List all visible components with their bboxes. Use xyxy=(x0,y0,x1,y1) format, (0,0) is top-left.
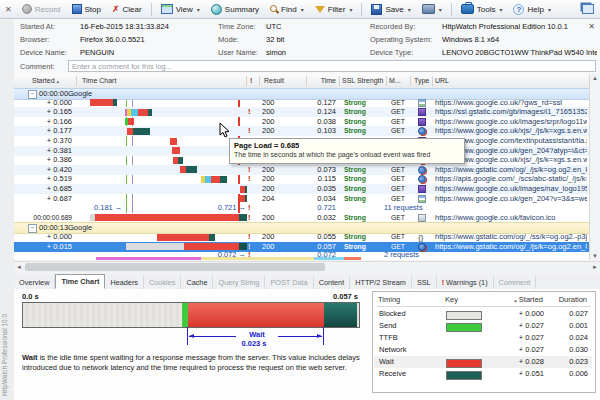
page-summary-row[interactable]: 0.181 → 0.721 → ! 0.721 11 requests xyxy=(14,203,589,213)
scroll-left-icon[interactable]: ◄ xyxy=(16,264,22,270)
chevron-down-icon: ▾ xyxy=(408,6,411,13)
toolbox-icon xyxy=(461,4,474,14)
request-row[interactable]: + 0.000 200 0.127Strong GET https://www.… xyxy=(14,98,589,108)
timing-row-wait[interactable]: Wait + 0.028 0.023 xyxy=(374,356,592,368)
request-row[interactable]: 00:00:00.689 !200 0.032Strong GET https:… xyxy=(14,213,589,223)
request-row[interactable]: + 0.420 !200 0.073Strong GET https://www… xyxy=(14,165,589,175)
stop-icon xyxy=(72,4,82,14)
device-type-label: Device Type: xyxy=(370,48,413,57)
save-button[interactable]: Save▾ xyxy=(367,3,414,16)
column-warning[interactable]: ! xyxy=(250,77,252,84)
receive-segment xyxy=(324,303,357,327)
recorded-by-label: Recorded By: xyxy=(370,22,415,31)
request-row[interactable]: + 0.519 !200 0.115Strong GET https://api… xyxy=(14,174,589,184)
request-row-selected[interactable]: + 0.015 !200 0.057Strong GET https://www… xyxy=(14,242,589,252)
horizontal-scrollbar[interactable]: ◄ ► xyxy=(14,261,600,272)
mouse-cursor-icon xyxy=(219,123,230,139)
summary-button[interactable]: Summary xyxy=(207,3,263,16)
warning-icon: ! xyxy=(442,278,444,287)
started-col-header[interactable]: ▴ Started xyxy=(493,295,543,304)
column-url[interactable]: URL xyxy=(435,77,449,84)
find-button[interactable]: Find▾ xyxy=(266,4,308,15)
request-row[interactable]: + 0.177 !200 0.103Strong GET https://www… xyxy=(14,126,589,136)
duration-col-header[interactable]: Duration xyxy=(543,295,587,304)
stop-button[interactable]: Stop xyxy=(68,3,105,15)
timing-row-network[interactable]: Network + 0.027 0.030 xyxy=(374,344,592,356)
session-info-panel: Started At: 16-Feb-2015 18:31:33.824 Bro… xyxy=(14,19,600,75)
column-time-chart[interactable]: Time Chart xyxy=(82,77,116,84)
tab-headers[interactable]: Headers xyxy=(105,276,144,289)
timing-row-ttfb[interactable]: TTFB + 0.027 0.024 xyxy=(374,332,592,344)
timing-row-blocked[interactable]: Blocked + 0.000 0.027 xyxy=(374,308,592,320)
script-type-icon xyxy=(418,175,426,183)
os-value: Windows 8.1 x64 xyxy=(442,35,499,44)
tab-ssl[interactable]: SSL xyxy=(412,276,437,289)
request-row[interactable]: + 0.685 200 0.035Strong GET https://www.… xyxy=(14,184,589,194)
timing-row-receive[interactable]: Receive + 0.051 0.006 xyxy=(374,368,592,380)
vertical-scrollbar[interactable]: ▲ ▼ xyxy=(589,74,600,260)
column-method[interactable]: M... xyxy=(389,77,401,84)
key-swatch xyxy=(446,371,482,380)
help-button[interactable]: ?Help▾ xyxy=(509,3,554,16)
request-row[interactable]: + 0.000 !200 0.055Strong GET{} https://w… xyxy=(14,232,589,242)
record-button[interactable]: Record xyxy=(18,3,65,15)
mode-value: 32 bit xyxy=(266,35,284,44)
request-row[interactable]: + 0.166 200 0.038Strong GET https://www.… xyxy=(14,117,589,127)
vertical-brand-label: HttpWatch Professional 10.0 xyxy=(1,276,12,396)
window-layout-icon[interactable] xyxy=(582,4,594,14)
sort-asc-icon: ▴ xyxy=(57,78,60,84)
timing-col-header[interactable]: Timing xyxy=(378,295,400,304)
view-icon xyxy=(161,4,173,14)
wait-marker-line xyxy=(187,327,188,345)
column-result[interactable]: Result xyxy=(264,77,284,84)
page-load-value: 0.721 → xyxy=(190,203,246,213)
search-icon xyxy=(270,5,278,13)
print-button[interactable]: ▾ xyxy=(418,3,446,15)
tab-overview[interactable]: Overview xyxy=(14,276,55,289)
started-at-label: Started At: xyxy=(20,22,55,31)
scroll-down-icon[interactable]: ▼ xyxy=(592,253,598,259)
html-type-icon xyxy=(418,195,426,203)
wait-label: Wait xyxy=(236,330,278,339)
scrollbar-thumb[interactable] xyxy=(25,263,325,271)
httpwatch-window: ✕ Record Stop ✗Clear View▾ Summary Find▾… xyxy=(0,0,600,400)
favicon-type-icon xyxy=(418,214,426,222)
request-row[interactable]: + 0.687 204 0.034Strong GET https://www.… xyxy=(14,194,589,204)
toolbar-separator xyxy=(361,3,362,16)
receive-bar xyxy=(113,99,117,106)
key-col-header[interactable]: Key xyxy=(445,295,458,304)
tab-content[interactable]: Content xyxy=(314,276,351,289)
device-type-value: LENOVO 20BGCTO1WW ThinkPad W540 Intel xyxy=(442,48,597,57)
tab-time-chart[interactable]: Time Chart xyxy=(55,274,105,289)
tab-query-string[interactable]: Query String xyxy=(213,276,265,289)
tab-comment[interactable]: Comment xyxy=(494,276,537,289)
tab-post-data[interactable]: POST Data xyxy=(265,276,313,289)
record-icon xyxy=(22,4,32,14)
tab-cache[interactable]: Cache xyxy=(181,276,213,289)
grid-header: Started ▴ Time Chart ! Result Time SSL S… xyxy=(14,74,589,89)
timing-row-send[interactable]: Send + 0.027 0.001 xyxy=(374,320,592,332)
detail-tabs: Overview Time Chart Headers Cookies Cach… xyxy=(14,273,600,290)
toolbar: ✕ Record Stop ✗Clear View▾ Summary Find▾… xyxy=(0,0,600,19)
filter-button[interactable]: Filter▾ xyxy=(311,4,357,15)
tab-http2-stream[interactable]: HTTP/2 Stream xyxy=(350,276,412,289)
column-type[interactable]: Type xyxy=(414,77,429,84)
request-row[interactable]: + 0.165 !200 0.124Strong GET https://ssl… xyxy=(14,107,589,117)
comment-label: Comment: xyxy=(20,62,55,71)
tools-button[interactable]: Tools▾ xyxy=(457,3,507,15)
view-button[interactable]: View▾ xyxy=(157,3,204,15)
column-time[interactable]: Time xyxy=(294,77,336,84)
scroll-right-icon[interactable]: ► xyxy=(592,264,598,270)
comment-input[interactable] xyxy=(68,60,596,72)
scroll-up-icon[interactable]: ▲ xyxy=(592,75,598,81)
close-icon[interactable]: ✕ xyxy=(588,22,595,31)
tab-cookies[interactable]: Cookies xyxy=(144,276,181,289)
clear-button[interactable]: ✗Clear xyxy=(108,4,146,15)
time-chart-detail-panel: 0.0 s 0.057 s Wait 0.023 s Wait is the i… xyxy=(14,289,600,400)
toolbar-close-button[interactable]: ✕ xyxy=(2,5,15,14)
column-ssl-strength[interactable]: SSL Strength xyxy=(342,77,383,84)
image-type-icon xyxy=(418,118,426,126)
chevron-down-icon: ▾ xyxy=(301,6,304,13)
tab-warnings[interactable]: !Warnings (1) xyxy=(437,276,494,289)
column-started[interactable]: Started ▴ xyxy=(32,77,59,84)
